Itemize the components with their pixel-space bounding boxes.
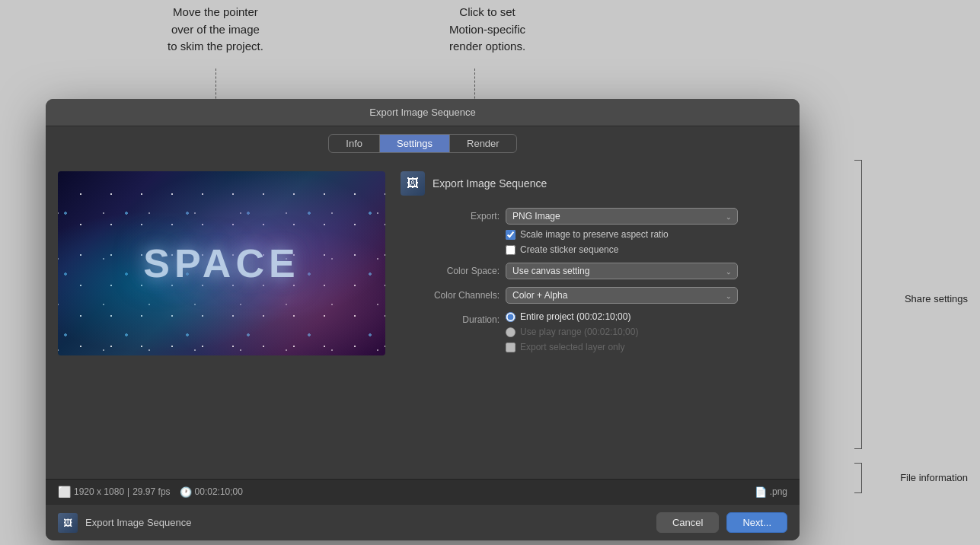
resolution-icon: ⬜: [58, 486, 71, 498]
footer-left: ⬜ 1920 x 1080 | 29.97 fps 🕐 00:02:10;00: [58, 486, 243, 498]
color-space-select[interactable]: Use canvas setting: [506, 263, 738, 279]
action-preset-title: Export Image Sequence: [85, 517, 191, 528]
tab-bar: Info Settings Render: [46, 126, 800, 159]
scale-checkbox[interactable]: [506, 230, 516, 240]
sticker-checkbox-row: Create sticker sequence: [506, 244, 787, 255]
color-space-select-wrapper: Use canvas setting: [506, 263, 738, 279]
color-channels-select-wrapper: Color + Alpha: [506, 287, 738, 304]
file-icon: 📄: [755, 486, 767, 498]
action-bar: 🖼 Export Image Sequence Cancel Next...: [46, 504, 800, 540]
file-ext: .png: [770, 486, 787, 497]
radio-play-range-row: Use play range (00:02:10;00): [506, 327, 787, 337]
color-space-row: Color Space: Use canvas setting: [401, 263, 787, 279]
preview-image: SPACE: [58, 171, 385, 355]
cancel-button[interactable]: Cancel: [656, 512, 719, 533]
export-label: Export:: [401, 208, 500, 222]
radio-selected-layer-row: Export selected layer only: [506, 342, 787, 352]
duration-label: Duration:: [401, 311, 500, 325]
tab-info[interactable]: Info: [329, 135, 380, 152]
sticker-checkbox[interactable]: [506, 245, 516, 255]
tab-render[interactable]: Render: [450, 135, 516, 152]
export-dialog: Export Image Sequence Info Settings Rend…: [46, 99, 800, 540]
action-buttons: Cancel Next...: [656, 512, 787, 533]
tab-group: Info Settings Render: [328, 134, 516, 153]
footer-right: 📄 .png: [755, 486, 787, 498]
scale-checkbox-label: Scale image to preserve aspect ratio: [520, 229, 669, 240]
left-annotation: Move the pointer over of the image to sk…: [168, 4, 263, 56]
color-channels-row: Color Channels: Color + Alpha: [401, 287, 787, 304]
duration-value: 00:02:10;00: [195, 486, 243, 497]
action-left: 🖼 Export Image Sequence: [58, 513, 191, 533]
radio-selected-layer-label: Export selected layer only: [520, 342, 624, 352]
color-channels-label: Color Channels:: [401, 287, 500, 301]
export-controls: PNG Image Scale image to preserve aspect…: [506, 208, 787, 255]
resolution-item: ⬜ 1920 x 1080 | 29.97 fps: [58, 486, 171, 498]
export-select[interactable]: PNG Image: [506, 208, 738, 225]
fps-value: 29.97 fps: [132, 486, 170, 497]
radio-play-range: [506, 327, 516, 337]
share-settings-label: Share settings: [905, 293, 968, 304]
side-annotations: Share settings File information: [828, 99, 980, 540]
action-preset-icon: 🖼: [58, 513, 78, 533]
radio-play-range-label: Use play range (00:02:10;00): [520, 327, 638, 337]
clock-icon: 🕐: [180, 486, 192, 498]
radio-entire-project[interactable]: [506, 312, 516, 322]
preset-title: Export Image Sequence: [433, 177, 547, 190]
export-row: Export: PNG Image Scale image to preserv…: [401, 208, 787, 255]
share-settings-bracket: [854, 160, 862, 449]
duration-item: 🕐 00:02:10;00: [180, 486, 243, 498]
radio-entire-project-label: Entire project (00:02:10;00): [520, 311, 630, 322]
dialog-content: SPACE 🖼 Export Image Sequence Export: PN…: [46, 159, 800, 479]
radio-selected-layer: [506, 343, 516, 352]
next-button[interactable]: Next...: [726, 512, 787, 533]
duration-controls: Entire project (00:02:10;00) Use play ra…: [506, 311, 787, 352]
sticker-checkbox-label: Create sticker sequence: [520, 244, 618, 255]
footer-info: ⬜ 1920 x 1080 | 29.97 fps 🕐 00:02:10;00 …: [46, 479, 800, 504]
color-channels-controls: Color + Alpha: [506, 287, 787, 304]
preset-header: 🖼 Export Image Sequence: [401, 171, 787, 196]
export-select-wrapper: PNG Image: [506, 208, 738, 225]
color-space-label: Color Space:: [401, 263, 500, 276]
duration-row: Duration: Entire project (00:02:10;00) U…: [401, 311, 787, 352]
preview-text: SPACE: [143, 241, 299, 286]
color-space-controls: Use canvas setting: [506, 263, 787, 279]
preset-icon: 🖼: [401, 171, 425, 196]
radio-entire-project-row: Entire project (00:02:10;00): [506, 311, 787, 322]
resolution-value: 1920 x 1080: [74, 486, 124, 497]
file-information-label: File information: [900, 472, 968, 483]
preview-panel: SPACE: [58, 171, 385, 467]
color-channels-select[interactable]: Color + Alpha: [506, 287, 738, 304]
scale-checkbox-row: Scale image to preserve aspect ratio: [506, 229, 787, 240]
tab-settings[interactable]: Settings: [380, 135, 450, 152]
settings-panel: 🖼 Export Image Sequence Export: PNG Imag…: [401, 171, 787, 467]
file-info-bracket: [854, 463, 862, 493]
right-annotation: Click to set Motion-specific render opti…: [449, 4, 525, 56]
dialog-title: Export Image Sequence: [46, 99, 800, 126]
